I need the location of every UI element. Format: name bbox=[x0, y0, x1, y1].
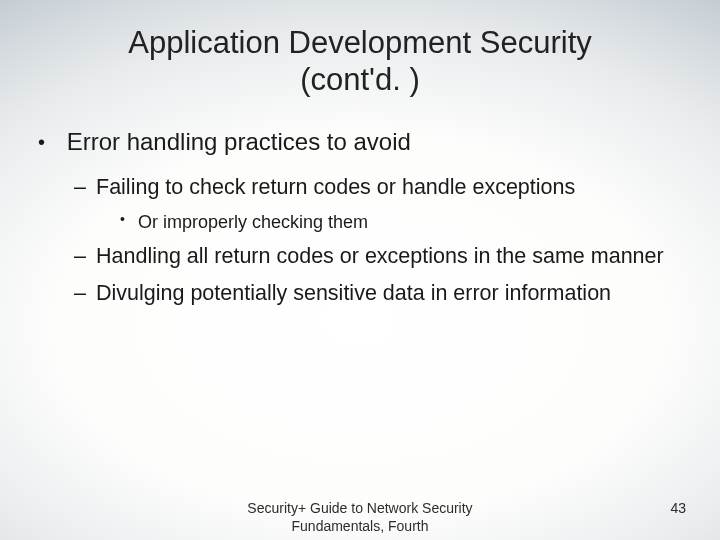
slide-footer: Security+ Guide to Network Security Fund… bbox=[0, 498, 720, 540]
slide-title: Application Development Security (cont'd… bbox=[0, 0, 720, 98]
footer-source: Security+ Guide to Network Security Fund… bbox=[230, 500, 490, 535]
page-number: 43 bbox=[670, 500, 686, 516]
list-item: Failing to check return codes or handle … bbox=[74, 173, 680, 234]
bullet-list-level2: Failing to check return codes or handle … bbox=[40, 173, 680, 308]
bullet-text: Failing to check return codes or handle … bbox=[96, 175, 575, 199]
list-item: Divulging potentially sensitive data in … bbox=[74, 279, 680, 308]
bullet-list-level1: Error handling practices to avoid Failin… bbox=[40, 126, 680, 308]
list-item: Handling all return codes or exceptions … bbox=[74, 242, 680, 271]
slide-body: Error handling practices to avoid Failin… bbox=[0, 98, 720, 308]
list-item: Or improperly checking them bbox=[120, 210, 680, 234]
bullet-list-level3: Or improperly checking them bbox=[96, 210, 680, 234]
bullet-text: Or improperly checking them bbox=[138, 212, 368, 232]
bullet-text: Divulging potentially sensitive data in … bbox=[96, 281, 611, 305]
list-item: Error handling practices to avoid Failin… bbox=[40, 126, 680, 308]
title-line-2: (cont'd. ) bbox=[300, 62, 420, 97]
title-line-1: Application Development Security bbox=[128, 25, 592, 60]
bullet-text: Error handling practices to avoid bbox=[67, 128, 411, 155]
bullet-text: Handling all return codes or exceptions … bbox=[96, 244, 664, 268]
